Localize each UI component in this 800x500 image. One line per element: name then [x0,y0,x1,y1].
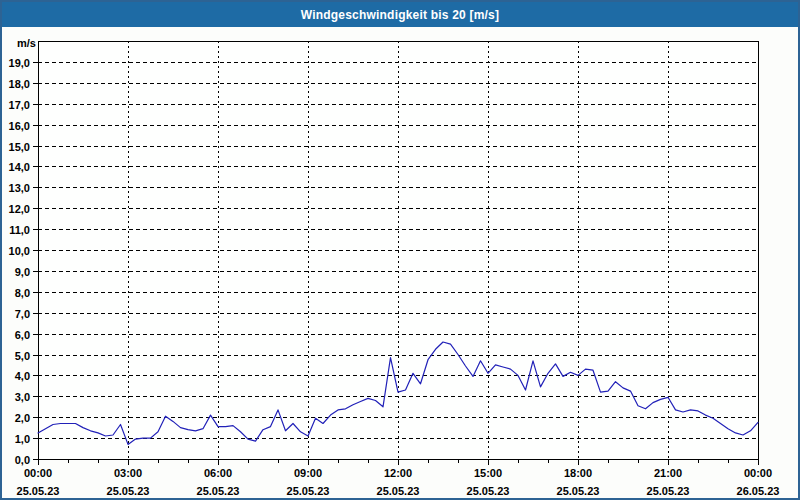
y-tick-label: 14,0 [9,161,30,173]
y-tick-label: 8,0 [15,287,30,299]
x-date-label: 25.05.23 [557,485,600,497]
x-tick-label: 12:00 [384,467,412,479]
y-tick-label: 4,0 [15,370,30,382]
y-tick-label: 6,0 [15,329,30,341]
y-tick-label: 13,0 [9,182,30,194]
x-date-label: 25.05.23 [287,485,330,497]
y-tick-label: 7,0 [15,308,30,320]
window-title: Windgeschwindigkeit bis 20 [m/s] [301,8,499,22]
y-tick-label: 3,0 [15,391,30,403]
chart-area: 0,01,02,03,04,05,06,07,08,09,010,011,012… [2,27,798,498]
x-tick-label: 00:00 [744,467,772,479]
window-title-bar[interactable]: Windgeschwindigkeit bis 20 [m/s] [2,2,798,27]
x-date-label: 25.05.23 [647,485,690,497]
y-tick-label: 18,0 [9,78,30,90]
x-tick-label: 03:00 [114,467,142,479]
x-tick-label: 06:00 [204,467,232,479]
x-tick-label: 18:00 [564,467,592,479]
x-date-label: 25.05.23 [197,485,240,497]
x-tick-label: 21:00 [654,467,682,479]
y-tick-label: 11,0 [9,224,30,236]
y-tick-label: 9,0 [15,266,30,278]
y-tick-label: 0,0 [15,454,30,466]
wind-speed-chart: 0,01,02,03,04,05,06,07,08,09,010,011,012… [2,27,798,498]
x-tick-label: 00:00 [24,467,52,479]
y-tick-label: 5,0 [15,350,30,362]
x-date-label: 25.05.23 [107,485,150,497]
y-tick-label: 16,0 [9,120,30,132]
y-tick-label: 17,0 [9,99,30,111]
chart-window: Windgeschwindigkeit bis 20 [m/s] 0,01,02… [0,0,800,500]
y-tick-label: 2,0 [15,412,30,424]
x-date-label: 25.05.23 [377,485,420,497]
y-axis-unit-label: m/s [17,37,36,49]
y-tick-label: 1,0 [15,433,30,445]
y-tick-label: 15,0 [9,141,30,153]
y-tick-label: 12,0 [9,203,30,215]
x-tick-label: 09:00 [294,467,322,479]
x-date-label: 25.05.23 [17,485,60,497]
y-tick-label: 19,0 [9,57,30,69]
x-date-label: 26.05.23 [737,485,780,497]
y-tick-label: 10,0 [9,245,30,257]
x-date-label: 25.05.23 [467,485,510,497]
x-tick-label: 15:00 [474,467,502,479]
